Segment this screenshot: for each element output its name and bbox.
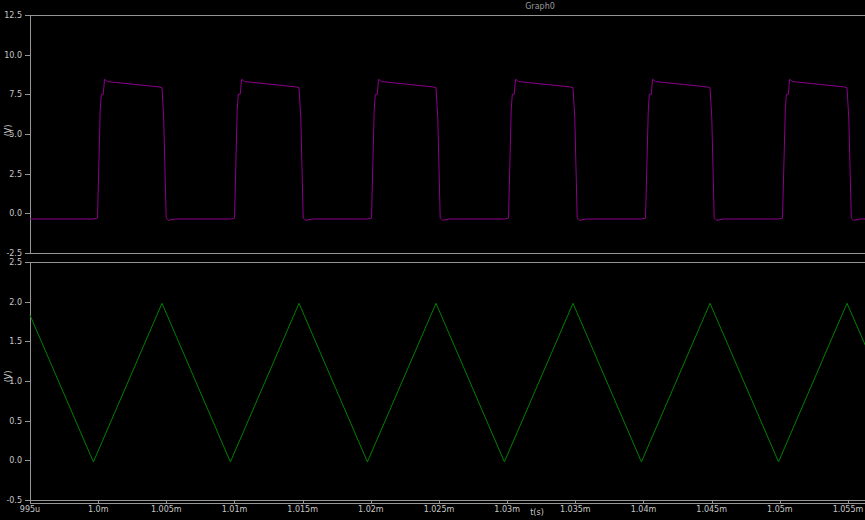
x-tick-label: 995u [20, 505, 40, 514]
y-tick-label: -2.5 [6, 249, 22, 258]
x-tick-label: 1.04m [631, 505, 657, 514]
y-tick-label: 0.5 [9, 417, 22, 426]
y-tick-label: 1.5 [9, 337, 22, 346]
y-axis-label-bottom: (V) [3, 369, 14, 385]
x-tick-label: 1.0m [88, 505, 109, 514]
y-tick-label: 7.5 [9, 90, 22, 99]
graph-window: Graph0 12.510.07.55.02.50.0-2.52.52.01.5… [0, 0, 865, 520]
plot-canvas: 12.510.07.55.02.50.0-2.52.52.01.51.00.50… [0, 0, 865, 520]
y-tick-label: 2.5 [9, 258, 22, 267]
y-tick-label: 10.0 [4, 51, 22, 60]
x-tick-label: 1.015m [287, 505, 318, 514]
y-tick-label: 0.0 [9, 209, 22, 218]
y-tick-label: 2.5 [9, 170, 22, 179]
y-tick-label: 12.5 [4, 11, 22, 20]
y-axis-label-top: (V) [3, 123, 14, 139]
square-wave-trace [30, 79, 865, 220]
x-tick-label: 1.025m [424, 505, 455, 514]
x-tick-label: 1.005m [151, 505, 182, 514]
x-tick-label: 1.01m [222, 505, 248, 514]
y-tick-label: 0.0 [9, 456, 22, 465]
x-tick-label: 1.05m [767, 505, 793, 514]
x-tick-label: 1.045m [696, 505, 727, 514]
x-tick-label: 1.055m [833, 505, 864, 514]
y-tick-label: 2.0 [9, 298, 22, 307]
y-tick-label: -0.5 [6, 496, 22, 505]
x-tick-label: 1.02m [358, 505, 384, 514]
x-axis-label: t(s) [487, 508, 587, 517]
triangle-wave-trace [30, 303, 865, 462]
